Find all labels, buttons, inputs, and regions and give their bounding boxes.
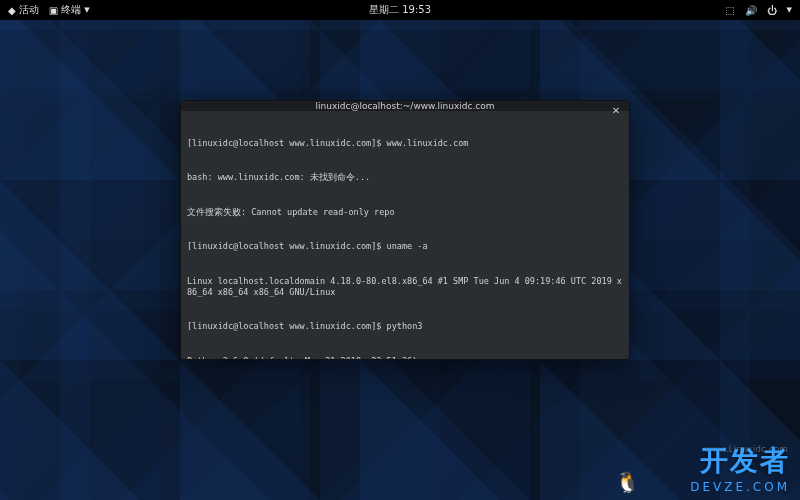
activities-dot-icon: ◆	[8, 5, 16, 16]
network-icon[interactable]: ⬚	[725, 5, 734, 16]
window-titlebar[interactable]: linuxidc@localhost:~/www.linuxidc.com ✕	[181, 101, 629, 111]
activities-button[interactable]: ◆ 活动	[8, 3, 39, 17]
terminal-icon: ▣	[49, 5, 58, 16]
terminal-output[interactable]: [linuxidc@localhost www.linuxidc.com]$ w…	[181, 111, 629, 360]
window-close-button[interactable]: ✕	[609, 103, 623, 117]
terminal-line: [linuxidc@localhost www.linuxidc.com]$ u…	[187, 241, 623, 252]
close-icon: ✕	[612, 105, 620, 116]
power-icon[interactable]: ⏻	[767, 5, 777, 16]
terminal-line: bash: www.linuxidc.com: 未找到命令...	[187, 172, 623, 183]
terminal-app-menu[interactable]: ▣ 终端 ▼	[49, 3, 90, 17]
terminal-window[interactable]: linuxidc@localhost:~/www.linuxidc.com ✕ …	[180, 100, 630, 360]
volume-icon[interactable]: 🔊	[745, 5, 757, 16]
terminal-menu-label: 终端	[61, 3, 81, 17]
terminal-line: [linuxidc@localhost www.linuxidc.com]$ p…	[187, 321, 623, 332]
chevron-down-icon: ▼	[84, 6, 89, 14]
terminal-line: Linux localhost.localdomain 4.18.0-80.el…	[187, 276, 623, 299]
terminal-line: Python 3.6.8 (default, May 21 2019, 23:5…	[187, 356, 623, 360]
terminal-line: [linuxidc@localhost www.linuxidc.com]$ w…	[187, 138, 623, 149]
clock-label[interactable]: 星期二 19:53	[369, 4, 431, 15]
activities-label: 活动	[19, 3, 39, 17]
system-menu-chevron-icon[interactable]: ▼	[787, 6, 792, 14]
window-title: linuxidc@localhost:~/www.linuxidc.com	[316, 101, 495, 111]
gnome-topbar: ◆ 活动 ▣ 终端 ▼ 星期二 19:53 ⬚ 🔊 ⏻ ▼	[0, 0, 800, 20]
terminal-line: 文件搜索失败: Cannot update read-only repo	[187, 207, 623, 218]
